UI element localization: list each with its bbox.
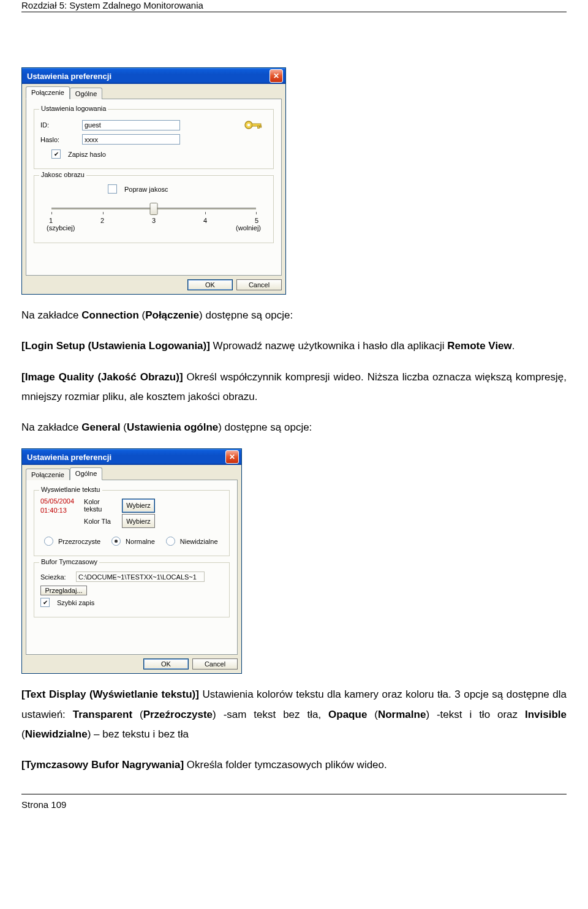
text: ( [139, 309, 145, 321]
text: ) dostępne są opcje: [199, 309, 293, 321]
page-header: Rozdział 5: System Zdalnego Monitorowani… [21, 0, 567, 12]
password-label: Haslo: [40, 136, 77, 143]
ok-button[interactable]: OK [187, 279, 233, 290]
cancel-button[interactable]: Cancel [192, 658, 238, 669]
temp-buffer-heading: [Tymczasowy Bufor Nagrywania] [21, 759, 184, 771]
page-footer: Strona 109 [21, 794, 567, 810]
preview-date: 05/05/2004 [40, 497, 74, 505]
radio-transparent-label: Przezroczyste [58, 538, 100, 545]
text: ( [367, 709, 378, 720]
save-password-checkbox[interactable]: ✔ [51, 149, 61, 159]
id-input[interactable] [82, 120, 180, 130]
tab-connection[interactable]: Połączenie [26, 86, 70, 99]
bg-color-label: Kolor Tla [84, 518, 118, 525]
password-input[interactable] [82, 134, 180, 145]
slider-tick-1: 1 [49, 217, 53, 224]
text-bold: Remote View [447, 340, 512, 352]
text: Wprowadź nazwę użytkownika i hasło dla a… [210, 340, 447, 352]
save-password-label: Zapisz haslo [68, 151, 106, 158]
text-display-group: Wyswietlanie tekstu 05/05/2004 01:40:13 … [34, 490, 230, 556]
text: ) dostępne są opcje: [218, 421, 312, 433]
text-bold: Normalne [378, 709, 426, 720]
radio-transparent[interactable] [44, 537, 53, 546]
svg-rect-4 [260, 126, 262, 127]
path-label: Sciezka: [40, 573, 71, 581]
text-bold: Connection [81, 309, 139, 321]
image-quality-group: Jakosc obrazu Popraw jakosc [34, 175, 274, 243]
text: Na zakładce [21, 421, 81, 433]
text-bold: Niewidzialne [25, 728, 88, 740]
svg-point-1 [247, 124, 251, 127]
radio-invisible[interactable] [166, 537, 175, 546]
image-quality-heading: [Image Quality (Jakość Obrazu)] [21, 371, 183, 383]
text-color-label: Kolor tekstu [84, 498, 118, 513]
ok-button[interactable]: OK [143, 658, 189, 669]
radio-normal-label: Normalne [126, 538, 155, 545]
text: ) – bez tekstu i bez tła [88, 728, 189, 740]
tab-general[interactable]: Ogólne [70, 467, 102, 480]
slider-tick-4: 4 [203, 217, 207, 224]
slider-tick-2: 2 [100, 217, 104, 224]
temp-buffer-group: Bufor Tymczasowy Sciezka: C:\DOCUME~1\TE… [34, 562, 230, 617]
path-field[interactable]: C:\DOCUME~1\TESTXX~1\LOCALS~1 [76, 571, 205, 582]
login-legend: Ustawienia logowania [39, 105, 108, 112]
key-icon [244, 118, 263, 132]
text-bold: Połączenie [145, 309, 199, 321]
preview-datetime: 05/05/2004 01:40:13 [40, 497, 74, 515]
cancel-button[interactable]: Cancel [236, 279, 282, 290]
text-bold: Transparent [73, 709, 132, 720]
text: ( [121, 421, 127, 433]
text: . [512, 340, 515, 352]
preview-time: 01:40:13 [40, 506, 74, 515]
slider-tick-5: 5 [255, 217, 258, 224]
improve-quality-label: Popraw jakosc [124, 186, 168, 193]
text-bold: Przeźroczyste [143, 709, 213, 720]
choose-bg-color-button[interactable]: Wybierz [122, 514, 155, 528]
text-bold: Ustawienia ogólne [127, 421, 218, 433]
dialog-title: Ustawienia preferencji [27, 453, 225, 462]
id-label: ID: [40, 121, 77, 129]
preferences-dialog-general: Ustawienia preferencji ✕ Połączenie Ogól… [21, 448, 242, 674]
slider-fast-label: (szybciej) [47, 224, 75, 232]
text-display-heading: [Text Display (Wyświetlanie tekstu)] [21, 688, 199, 700]
text-bold: General [81, 421, 120, 433]
text: Określa folder tymczasowych plików wideo… [184, 759, 387, 771]
slider-thumb-icon[interactable] [150, 203, 158, 215]
text-bold: Opaque [328, 709, 367, 720]
improve-quality-checkbox[interactable] [108, 184, 117, 194]
slider-tick-3: 3 [152, 217, 156, 224]
login-settings-group: Ustawienia logowania ID: Hasl [34, 109, 274, 169]
text: ( [132, 709, 143, 720]
quality-slider[interactable] [51, 201, 256, 216]
tab-connection[interactable]: Połączenie [26, 469, 70, 480]
fast-write-checkbox[interactable]: ✔ [40, 598, 50, 607]
choose-text-color-button[interactable]: Wybierz [122, 499, 155, 513]
browse-button[interactable]: Przegladaj... [40, 586, 87, 595]
close-icon[interactable]: ✕ [225, 450, 239, 464]
preferences-dialog-connection: Ustawienia preferencji ✕ Połączenie Ogól… [21, 67, 286, 295]
svg-rect-3 [258, 126, 260, 128]
temp-buffer-legend: Bufor Tymczasowy [39, 558, 99, 565]
text: Na zakładce [21, 309, 81, 321]
text: ) -tekst i tło oraz [426, 709, 525, 720]
dialog-title: Ustawienia preferencji [27, 72, 270, 81]
radio-normal[interactable] [111, 537, 121, 546]
tab-general[interactable]: Ogólne [70, 88, 102, 99]
dialog-titlebar[interactable]: Ustawienia preferencji ✕ [22, 68, 285, 84]
login-setup-heading: [Login Setup (Ustawienia Logowania)] [21, 340, 210, 352]
text-display-legend: Wyswietlanie tekstu [39, 486, 102, 493]
fast-write-label: Szybki zapis [57, 599, 94, 606]
dialog-titlebar[interactable]: Ustawienia preferencji ✕ [22, 449, 241, 465]
text: ) -sam tekst bez tła, [213, 709, 328, 720]
radio-invisible-label: Niewidzialne [180, 538, 218, 545]
slider-slow-label: (wolniej) [236, 224, 261, 232]
close-icon[interactable]: ✕ [270, 69, 283, 83]
image-quality-legend: Jakosc obrazu [39, 171, 86, 178]
text-bold: Invisible [525, 709, 567, 720]
